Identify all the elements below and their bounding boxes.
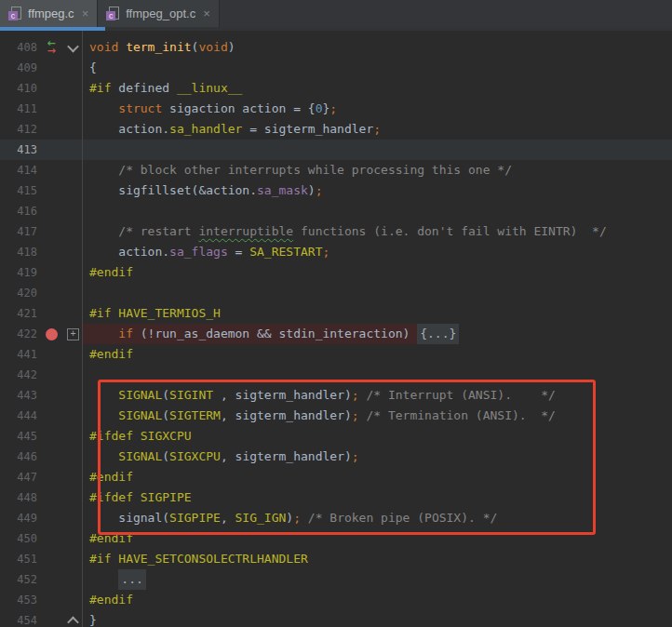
code-line-407[interactable]: 407	[0, 31, 672, 37]
code-line-410[interactable]: 410#if defined __linux__	[0, 78, 672, 99]
gutter[interactable]: 407	[0, 31, 83, 37]
code-line-414[interactable]: 414 /* block other interrupts while proc…	[0, 160, 672, 180]
gutter[interactable]: 410	[0, 78, 83, 99]
code-text-area[interactable]	[83, 283, 672, 303]
gutter[interactable]: 408←→	[0, 37, 83, 58]
gutter[interactable]: 416	[0, 201, 83, 221]
line-number[interactable]: 449	[0, 508, 37, 528]
code-text-area[interactable]: /* restart interruptible functions (i.e.…	[83, 221, 672, 242]
code-line-448[interactable]: 448#ifdef SIGPIPE	[0, 487, 672, 508]
gutter[interactable]: 442	[0, 365, 83, 385]
code-text-area[interactable]: action.sa_flags = SA_RESTART;	[83, 242, 672, 262]
editor[interactable]: 407408←→void term_init(void)409{410#if d…	[0, 31, 672, 627]
code-text-area[interactable]: /* block other interrupts while processi…	[83, 160, 672, 180]
code-line-409[interactable]: 409{	[0, 58, 672, 78]
gutter[interactable]: 450	[0, 528, 83, 549]
gutter[interactable]: 447	[0, 467, 83, 487]
line-number[interactable]: 408	[0, 37, 37, 58]
code-line-412[interactable]: 412 action.sa_handler = sigterm_handler;	[0, 119, 672, 140]
code-text-area[interactable]: action.sa_handler = sigterm_handler;	[83, 119, 672, 140]
code-line-449[interactable]: 449 signal(SIGPIPE, SIG_IGN); /* Broken …	[0, 508, 672, 528]
line-number[interactable]: 422	[0, 324, 37, 344]
line-number[interactable]: 453	[0, 590, 37, 610]
code-text-area[interactable]: #endif	[83, 262, 672, 283]
gutter[interactable]: 454	[0, 610, 83, 627]
gutter[interactable]: 413	[0, 140, 83, 160]
code-line-444[interactable]: 444 SIGNAL(SIGTERM, sigterm_handler); /*…	[0, 406, 672, 426]
code-text-area[interactable]: #if HAVE_TERMIOS_H	[83, 303, 672, 324]
code-text-area[interactable]: #endif	[83, 590, 672, 610]
code-line-413[interactable]: 413	[0, 140, 672, 160]
code-text-area[interactable]: sigfillset(&action.sa_mask);	[83, 180, 672, 201]
code-text-area[interactable]	[83, 365, 672, 385]
code-line-408[interactable]: 408←→void term_init(void)	[0, 37, 672, 58]
line-number[interactable]: 413	[0, 140, 37, 160]
breakpoint-icon[interactable]	[46, 328, 58, 340]
tab-ffmpeg-opt-c[interactable]: c ffmpeg_opt.c ×	[98, 0, 220, 27]
code-line-445[interactable]: 445#ifdef SIGXCPU	[0, 426, 672, 447]
gutter[interactable]: 411	[0, 99, 83, 119]
code-text-area[interactable]: void term_init(void)	[83, 37, 672, 58]
code-line-418[interactable]: 418 action.sa_flags = SA_RESTART;	[0, 242, 672, 262]
code-text-area[interactable]: #if defined __linux__	[83, 78, 672, 99]
line-number[interactable]: 451	[0, 549, 37, 569]
line-number[interactable]: 421	[0, 303, 37, 324]
fold-expand-icon[interactable]: +	[67, 328, 79, 340]
gutter[interactable]: 420	[0, 283, 83, 303]
line-number[interactable]: 442	[0, 365, 37, 385]
line-number[interactable]: 452	[0, 569, 37, 590]
gutter[interactable]: 414	[0, 160, 83, 180]
line-number[interactable]: 450	[0, 528, 37, 549]
fold-collapse-icon[interactable]	[67, 40, 79, 52]
gutter[interactable]: 417	[0, 221, 83, 242]
code-text-area[interactable]: SIGNAL(SIGXCPU, sigterm_handler);	[83, 447, 672, 467]
code-text-area[interactable]: #ifdef SIGPIPE	[83, 487, 672, 508]
code-line-420[interactable]: 420	[0, 283, 672, 303]
code-text-area[interactable]	[83, 140, 672, 160]
code-text-area[interactable]	[83, 201, 672, 221]
line-number[interactable]: 454	[0, 610, 37, 627]
code-text-area[interactable]	[83, 31, 672, 37]
fold-end-icon[interactable]	[67, 616, 79, 627]
gutter[interactable]: 419	[0, 262, 83, 283]
line-number[interactable]: 411	[0, 99, 37, 119]
code-line-415[interactable]: 415 sigfillset(&action.sa_mask);	[0, 180, 672, 201]
line-number[interactable]: 418	[0, 242, 37, 262]
line-number[interactable]: 444	[0, 406, 37, 426]
line-number[interactable]: 415	[0, 180, 37, 201]
line-number[interactable]: 412	[0, 119, 37, 140]
gutter[interactable]: 415	[0, 180, 83, 201]
code-line-450[interactable]: 450#endif	[0, 528, 672, 549]
gutter[interactable]: 409	[0, 58, 83, 78]
code-line-422[interactable]: 422+ if (!run_as_daemon && stdin_interac…	[0, 324, 672, 344]
line-number[interactable]: 448	[0, 487, 37, 508]
code-line-453[interactable]: 453#endif	[0, 590, 672, 610]
code-text-area[interactable]: SIGNAL(SIGTERM, sigterm_handler); /* Ter…	[83, 406, 672, 426]
line-number[interactable]: 441	[0, 344, 37, 365]
gutter[interactable]: 421	[0, 303, 83, 324]
line-number[interactable]: 414	[0, 160, 37, 180]
line-number[interactable]: 407	[0, 31, 37, 34]
code-text-area[interactable]: ...	[83, 569, 672, 590]
line-number[interactable]: 410	[0, 78, 37, 99]
code-line-421[interactable]: 421#if HAVE_TERMIOS_H	[0, 303, 672, 324]
code-text-area[interactable]: #endif	[83, 528, 672, 549]
code-line-454[interactable]: 454}	[0, 610, 672, 627]
code-line-411[interactable]: 411 struct sigaction action = {0};	[0, 99, 672, 119]
line-number[interactable]: 446	[0, 447, 37, 467]
line-number[interactable]: 409	[0, 58, 37, 78]
code-text-area[interactable]: struct sigaction action = {0};	[83, 99, 672, 119]
gutter[interactable]: 444	[0, 406, 83, 426]
gutter[interactable]: 418	[0, 242, 83, 262]
code-text-area[interactable]: SIGNAL(SIGINT , sigterm_handler); /* Int…	[83, 385, 672, 406]
code-line-452[interactable]: 452 ...	[0, 569, 672, 590]
code-line-442[interactable]: 442	[0, 365, 672, 385]
code-line-441[interactable]: 441#endif	[0, 344, 672, 365]
folded-code-chip[interactable]: {...}	[417, 324, 459, 344]
close-icon[interactable]: ×	[82, 7, 89, 20]
code-line-447[interactable]: 447#endif	[0, 467, 672, 487]
code-text-area[interactable]: }	[83, 610, 672, 627]
line-number[interactable]: 447	[0, 467, 37, 487]
close-icon[interactable]: ×	[203, 7, 210, 20]
line-number[interactable]: 417	[0, 221, 37, 242]
